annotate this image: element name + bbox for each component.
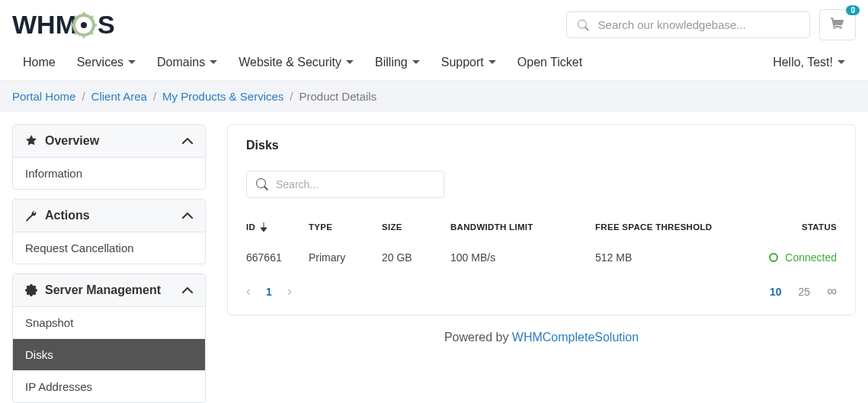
nav-user-menu[interactable]: Hello, Test! bbox=[762, 45, 856, 80]
nav-domains[interactable]: Domains bbox=[146, 45, 228, 80]
content: Disks ID TYPE SIZE BANDWIDTH LIMIT FREE … bbox=[227, 124, 856, 403]
user-greeting: Hello, Test! bbox=[773, 56, 833, 69]
disks-card: Disks ID TYPE SIZE BANDWIDTH LIMIT FREE … bbox=[227, 124, 856, 315]
sidebar-item-snapshot[interactable]: Snapshot bbox=[13, 307, 205, 339]
cell-id: 667661 bbox=[246, 251, 309, 264]
gear-icon bbox=[25, 284, 37, 296]
table-header: ID TYPE SIZE BANDWIDTH LIMIT FREE SPACE … bbox=[246, 215, 837, 239]
th-type[interactable]: TYPE bbox=[309, 222, 382, 232]
nav-label: Services bbox=[77, 56, 123, 69]
main-nav: Home Services Domains Website & Security… bbox=[0, 45, 868, 81]
panel-server-management: Server Management Snapshot Disks IP Addr… bbox=[12, 273, 206, 403]
nav-right: Hello, Test! bbox=[762, 45, 856, 80]
svg-point-12 bbox=[770, 254, 777, 261]
th-size[interactable]: SIZE bbox=[382, 222, 450, 232]
nav-billing[interactable]: Billing bbox=[364, 45, 431, 80]
card-body: ID TYPE SIZE BANDWIDTH LIMIT FREE SPACE … bbox=[228, 158, 855, 315]
sidebar-item-disks[interactable]: Disks bbox=[13, 339, 205, 371]
cell-type: Primary bbox=[309, 251, 382, 264]
main-container: Overview Information Actions Request Can… bbox=[0, 112, 868, 403]
knowledgebase-search[interactable] bbox=[566, 11, 810, 38]
pager-next[interactable]: › bbox=[287, 283, 292, 299]
search-icon bbox=[256, 178, 268, 191]
chevron-up-icon bbox=[182, 138, 193, 144]
nav-open-ticket[interactable]: Open Ticket bbox=[507, 45, 593, 80]
breadcrumb-portal-home[interactable]: Portal Home bbox=[12, 90, 75, 103]
th-id[interactable]: ID bbox=[246, 222, 309, 232]
disks-table: ID TYPE SIZE BANDWIDTH LIMIT FREE SPACE … bbox=[246, 215, 837, 305]
chevron-up-icon bbox=[182, 213, 193, 219]
panel-actions-header[interactable]: Actions bbox=[13, 200, 205, 232]
cart-badge: 0 bbox=[846, 5, 860, 15]
page-size-infinite[interactable]: ∞ bbox=[827, 283, 837, 299]
nav-label: Billing bbox=[375, 56, 408, 69]
caret-down-icon bbox=[838, 60, 845, 65]
panel-server-header[interactable]: Server Management bbox=[13, 274, 205, 307]
table-row[interactable]: 667661 Primary 20 GB 100 MB/s 512 MB Con… bbox=[246, 239, 837, 276]
pager-current[interactable]: 1 bbox=[266, 286, 272, 298]
breadcrumb: Portal Home / Client Area / My Products … bbox=[12, 90, 856, 103]
logo[interactable]: WHM S bbox=[12, 11, 165, 40]
nav-website-security[interactable]: Website & Security bbox=[228, 45, 364, 80]
breadcrumb-sep: / bbox=[82, 90, 85, 103]
table-search[interactable] bbox=[246, 171, 444, 198]
header-right: 0 bbox=[566, 9, 856, 40]
panel-title: Actions bbox=[45, 209, 90, 222]
chevron-up-icon bbox=[182, 287, 193, 293]
header: WHM S 0 bbox=[0, 0, 868, 45]
breadcrumb-client-area[interactable]: Client Area bbox=[91, 90, 147, 103]
caret-down-icon bbox=[412, 60, 420, 65]
sidebar-item-ip-addresses[interactable]: IP Addresses bbox=[13, 371, 205, 402]
card-title: Disks bbox=[228, 125, 855, 158]
cell-size: 20 GB bbox=[382, 251, 450, 264]
breadcrumb-sep: / bbox=[290, 90, 293, 103]
table-footer: ‹ 1 › 10 25 ∞ bbox=[246, 276, 837, 305]
star-icon bbox=[25, 135, 37, 147]
panel-actions: Actions Request Cancellation bbox=[12, 199, 206, 264]
th-label: ID bbox=[246, 222, 255, 232]
svg-text:WHM: WHM bbox=[12, 11, 77, 39]
nav-label: Open Ticket bbox=[517, 56, 582, 69]
panel-title: Server Management bbox=[45, 283, 161, 297]
svg-point-2 bbox=[81, 22, 87, 28]
nav-support[interactable]: Support bbox=[431, 45, 507, 80]
sidebar-item-request-cancellation[interactable]: Request Cancellation bbox=[13, 232, 205, 264]
footer: Powered by WHMCompleteSolution bbox=[227, 315, 856, 352]
page-size-10[interactable]: 10 bbox=[770, 286, 782, 298]
pager: ‹ 1 › bbox=[246, 283, 292, 299]
page-size-25[interactable]: 25 bbox=[799, 286, 811, 298]
footer-text: Powered by bbox=[444, 331, 512, 344]
th-free-space[interactable]: FREE SPACE THRESHOLD bbox=[595, 222, 764, 232]
panel-overview: Overview Information bbox=[12, 124, 206, 190]
nav-services[interactable]: Services bbox=[66, 45, 146, 80]
breadcrumb-bar: Portal Home / Client Area / My Products … bbox=[0, 81, 868, 112]
panel-overview-header[interactable]: Overview bbox=[13, 125, 205, 158]
footer-link[interactable]: WHMCompleteSolution bbox=[512, 331, 639, 344]
nav-label: Home bbox=[23, 56, 56, 69]
sidebar: Overview Information Actions Request Can… bbox=[12, 124, 206, 403]
caret-down-icon bbox=[128, 60, 136, 65]
breadcrumb-products-services[interactable]: My Products & Services bbox=[162, 90, 283, 103]
cell-free-space: 512 MB bbox=[595, 251, 764, 264]
search-icon bbox=[578, 19, 589, 31]
cell-bandwidth: 100 MB/s bbox=[450, 251, 595, 264]
panel-title: Overview bbox=[45, 134, 99, 148]
th-bandwidth[interactable]: BANDWIDTH LIMIT bbox=[450, 222, 595, 232]
nav-label: Website & Security bbox=[239, 56, 341, 69]
page-sizes: 10 25 ∞ bbox=[770, 283, 837, 299]
th-status[interactable]: STATUS bbox=[764, 222, 837, 232]
status-text: Connected bbox=[785, 251, 837, 264]
nav-left: Home Services Domains Website & Security… bbox=[12, 45, 593, 80]
cell-status: Connected bbox=[764, 251, 837, 264]
caret-down-icon bbox=[488, 60, 496, 65]
cart-icon bbox=[831, 18, 844, 30]
sidebar-item-information[interactable]: Information bbox=[13, 158, 205, 189]
cart-button[interactable]: 0 bbox=[819, 9, 856, 40]
table-search-input[interactable] bbox=[276, 178, 434, 190]
nav-home[interactable]: Home bbox=[12, 45, 66, 80]
wrench-icon bbox=[25, 209, 37, 222]
knowledgebase-search-input[interactable] bbox=[598, 18, 799, 31]
breadcrumb-sep: / bbox=[153, 90, 156, 103]
caret-down-icon bbox=[210, 60, 217, 65]
pager-prev[interactable]: ‹ bbox=[246, 283, 251, 299]
